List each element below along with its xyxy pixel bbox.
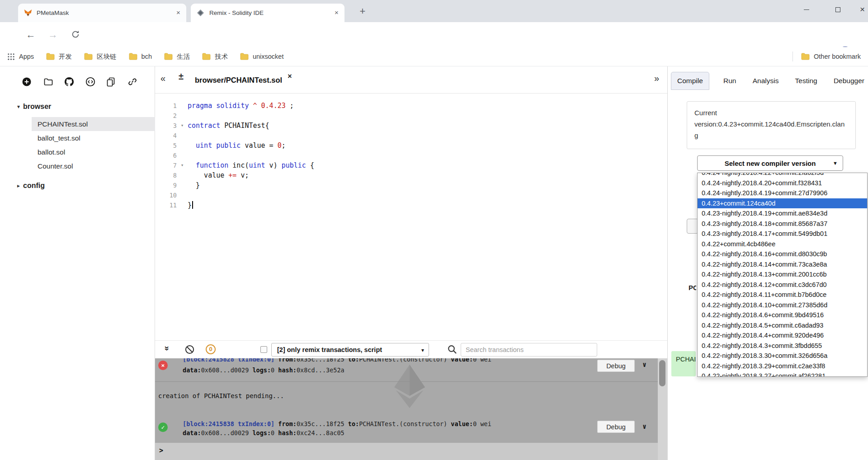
tab-close-icon[interactable]: × bbox=[332, 9, 341, 17]
new-tab-button[interactable]: + bbox=[356, 5, 369, 18]
compiler-version-option[interactable]: 0.4.22-nightly.2018.4.12+commit.c3dc67d0 bbox=[698, 280, 867, 290]
file-item[interactable]: PCHAINTest.sol bbox=[32, 117, 155, 131]
tree-folder-config[interactable]: ▸ config bbox=[17, 182, 45, 190]
compiler-version-option[interactable]: 0.4.22-nightly.2018.4.13+commit.2001cc6b bbox=[698, 269, 867, 280]
terminal-scrollbar[interactable] bbox=[658, 358, 667, 460]
fold-spacer bbox=[177, 180, 188, 190]
window-close-button[interactable]: × bbox=[857, 0, 868, 19]
compiler-version-option[interactable]: 0.4.23-nightly.2018.4.18+commit.85687a37 bbox=[698, 219, 867, 229]
fold-arrow-icon[interactable]: ▾ bbox=[177, 121, 188, 131]
compiler-version-option[interactable]: 0.4.22-nightly.2018.4.4+commit.920de496 bbox=[698, 330, 867, 341]
clear-console-icon[interactable] bbox=[185, 345, 194, 354]
transactions-filter-dropdown[interactable]: [2] only remix transactions, script ▾ bbox=[271, 343, 429, 357]
browser-tab-pmetamask[interactable]: PMetaMask × bbox=[18, 4, 186, 22]
compiler-version-option[interactable]: 0.4.23+commit.124ca40d bbox=[698, 198, 867, 209]
gist-icon[interactable] bbox=[85, 76, 96, 87]
file-item[interactable]: ballot.sol bbox=[32, 145, 155, 159]
tab-analysis[interactable]: Analysis bbox=[750, 72, 781, 89]
fold-arrow-icon[interactable]: ▾ bbox=[177, 160, 188, 170]
terminal-log: × [block:2415828 txIndex:0] from:0x35c..… bbox=[155, 358, 658, 443]
collapse-panel-icon[interactable]: « bbox=[160, 73, 165, 84]
compiler-version-option[interactable]: 0.4.22-nightly.2018.3.30+commit.326d656a bbox=[698, 351, 867, 361]
link-localhost-icon[interactable] bbox=[127, 76, 138, 87]
compiler-version-option[interactable]: 0.4.24-nightly.2018.4.22+commit.2fa62f5d bbox=[698, 173, 867, 178]
debug-button[interactable]: Debug bbox=[597, 421, 635, 433]
terminal-prompt[interactable]: > bbox=[155, 443, 658, 460]
add-tab-icon[interactable]: ± bbox=[179, 71, 184, 82]
tab-debugger[interactable]: Debugger bbox=[831, 72, 867, 89]
browser-tab-remix[interactable]: Remix - Solidity IDE × bbox=[191, 4, 344, 22]
contract-result-badge-partial[interactable]: PCHAINTest bbox=[671, 351, 696, 376]
expand-panel-icon[interactable]: » bbox=[654, 73, 659, 84]
bookmark-item[interactable]: bch bbox=[129, 53, 152, 60]
window-maximize-button[interactable] bbox=[827, 0, 848, 19]
code-line[interactable]: 3▾contract PCHAINTest{ bbox=[155, 121, 667, 131]
code-line[interactable]: 5 uint public value = 0; bbox=[155, 141, 667, 150]
bookmark-item[interactable]: 区块链 bbox=[84, 52, 117, 61]
transaction-entry[interactable]: × [block:2415828 txIndex:0] from:0x35c..… bbox=[155, 358, 658, 382]
tab-run[interactable]: Run bbox=[721, 72, 738, 89]
github-icon[interactable] bbox=[64, 76, 75, 87]
file-item[interactable]: Counter.sol bbox=[32, 159, 155, 173]
bookmark-item[interactable]: 开发 bbox=[46, 52, 72, 61]
listen-checkbox[interactable] bbox=[260, 346, 267, 353]
compiler-version-option[interactable]: 0.4.22-nightly.2018.3.29+commit.c2ae33f8 bbox=[698, 361, 867, 371]
reload-button[interactable] bbox=[69, 28, 82, 42]
code-line[interactable]: 4 bbox=[155, 131, 667, 141]
caret-down-icon: ▼ bbox=[833, 160, 838, 166]
compiler-version-option[interactable]: 0.4.24-nightly.2018.4.19+commit.27d79906 bbox=[698, 188, 867, 198]
bookmark-item[interactable]: unixsocket bbox=[240, 53, 284, 60]
code-line[interactable]: 8 value += v; bbox=[155, 170, 667, 180]
compiler-version-option[interactable]: 0.4.22-nightly.2018.4.14+commit.73ca3e8a bbox=[698, 259, 867, 270]
fold-spacer bbox=[177, 190, 188, 200]
expand-transaction-icon[interactable]: ∨ bbox=[642, 422, 646, 431]
compiler-version-option[interactable]: 0.4.22-nightly.2018.3.27+commit.af262281 bbox=[698, 371, 867, 377]
code-line[interactable]: 11} bbox=[155, 200, 667, 210]
code-line[interactable]: 2 bbox=[155, 111, 667, 121]
compiler-version-option[interactable]: 0.4.22-nightly.2018.4.6+commit.9bd49516 bbox=[698, 310, 867, 320]
tab-compile[interactable]: Compile bbox=[671, 72, 709, 90]
compiler-version-option[interactable]: 0.4.22-nightly.2018.4.5+commit.c6adad93 bbox=[698, 320, 867, 331]
bookmark-apps[interactable]: Apps bbox=[7, 53, 34, 61]
code-line[interactable]: 9 } bbox=[155, 180, 667, 190]
tab-testing[interactable]: Testing bbox=[793, 72, 820, 89]
compiler-version-option[interactable]: 0.4.23-nightly.2018.4.17+commit.5499db01 bbox=[698, 229, 867, 239]
compiler-version-option[interactable]: 0.4.22-nightly.2018.4.11+commit.b7b6d0ce bbox=[698, 290, 867, 300]
code-line[interactable]: 10 bbox=[155, 190, 667, 200]
other-bookmarks-button[interactable]: Other bookmark bbox=[801, 53, 861, 60]
forward-button[interactable]: → bbox=[46, 28, 60, 42]
bookmark-item[interactable]: 技术 bbox=[202, 52, 228, 61]
tab-close-icon[interactable]: × bbox=[288, 72, 292, 80]
compiler-version-dropdown-list: 0.4.24-nightly.2018.4.22+commit.2fa62f5d… bbox=[697, 173, 868, 377]
compile-panel: Compile Run Analysis Testing Debugger Cu… bbox=[667, 66, 868, 460]
code-line[interactable]: 6 bbox=[155, 150, 667, 160]
compiler-version-option[interactable]: 0.4.24-nightly.2018.4.20+commit.f328431 bbox=[698, 178, 867, 188]
copy-files-icon[interactable] bbox=[105, 76, 116, 87]
open-folder-icon[interactable] bbox=[43, 76, 54, 87]
tree-folder-browser[interactable]: ▾ browser bbox=[17, 103, 51, 111]
compiler-version-option[interactable]: 0.4.22-nightly.2018.4.16+commit.d8030c9b bbox=[698, 249, 867, 259]
scrollbar-thumb[interactable] bbox=[659, 360, 665, 386]
code-line[interactable]: 1pragma solidity ^ 0.4.23 ; bbox=[155, 101, 667, 111]
version-label: 0.4.23-nightly.2018.4.17+commit.5499db01 bbox=[702, 230, 827, 237]
new-file-icon[interactable] bbox=[21, 76, 32, 87]
compiler-version-option[interactable]: 0.4.22-nightly.2018.4.10+commit.27385d6d bbox=[698, 300, 867, 310]
code-line[interactable]: 7▾ function inc(uint v) public { bbox=[155, 160, 667, 170]
select-compiler-version-button[interactable]: Select new compiler version ▼ bbox=[697, 155, 843, 171]
debug-button[interactable]: Debug bbox=[597, 360, 635, 372]
terminal-toggle-icon[interactable]: » bbox=[162, 346, 172, 351]
back-button[interactable]: ← bbox=[24, 28, 38, 42]
file-item[interactable]: ballot_test.sol bbox=[32, 131, 155, 145]
search-transactions-input[interactable] bbox=[461, 343, 597, 357]
compiler-version-option[interactable]: 0.4.22+commit.4cb486ee bbox=[698, 239, 867, 249]
bookmark-label: 技术 bbox=[215, 52, 228, 61]
transaction-entry[interactable]: ✓ [block:2415838 txIndex:0] from:0x35c..… bbox=[155, 418, 658, 443]
tab-close-icon[interactable]: × bbox=[174, 9, 183, 17]
bookmark-item[interactable]: 生活 bbox=[164, 52, 190, 61]
compiler-version-option[interactable]: 0.4.22-nightly.2018.4.3+commit.3fbdd655 bbox=[698, 341, 867, 351]
compiler-version-option[interactable]: 0.4.23-nightly.2018.4.19+commit.ae834e3d bbox=[698, 208, 867, 219]
window-minimize-button[interactable] bbox=[796, 0, 817, 19]
editor-file-tab[interactable]: browser/PCHAINTest.sol × bbox=[195, 66, 292, 94]
code-editor[interactable]: 1pragma solidity ^ 0.4.23 ;23▾contract P… bbox=[155, 94, 667, 340]
expand-transaction-icon[interactable]: ∨ bbox=[642, 361, 646, 369]
